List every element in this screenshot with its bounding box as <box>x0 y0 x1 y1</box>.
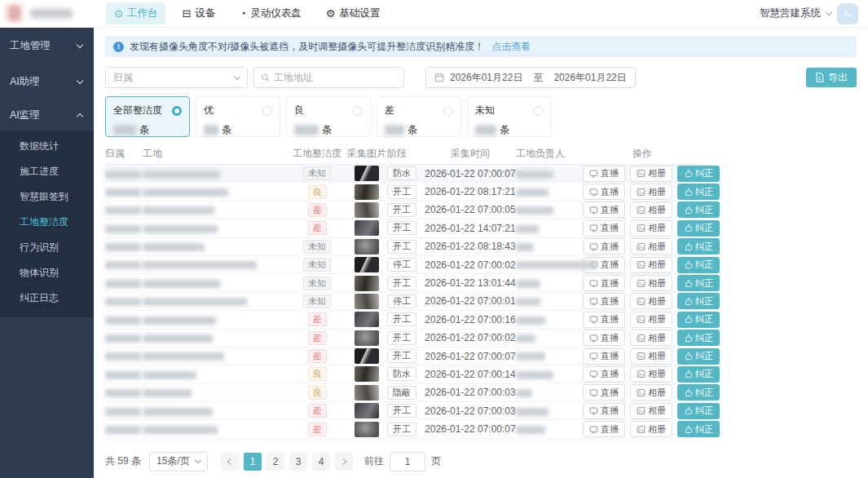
capture-thumbnail[interactable] <box>355 385 379 401</box>
album-button[interactable]: 相册 <box>630 312 672 328</box>
table-row[interactable]: 未知 防水 2026-01-22 07:00:07 直播 <box>105 165 702 183</box>
capture-thumbnail[interactable] <box>355 294 379 309</box>
album-button[interactable]: 相册 <box>630 348 672 365</box>
table-row[interactable]: 良 隐蔽 2026-01-22 07:00:03 直播 <box>105 384 702 402</box>
live-button[interactable]: 直播 <box>583 220 625 237</box>
sidebar-item-3[interactable]: 工地整洁度 <box>0 210 94 235</box>
capture-thumbnail[interactable] <box>355 239 379 254</box>
search-input[interactable] <box>274 72 397 83</box>
avatar[interactable] <box>837 3 858 24</box>
radio-icon[interactable] <box>172 106 182 116</box>
capture-thumbnail[interactable] <box>355 312 379 327</box>
sidebar-item-2[interactable]: 智慧眼签到 <box>0 184 94 210</box>
table-row[interactable]: 差 开工 2026-01-22 07:00:07 直播 <box>105 347 702 365</box>
album-button[interactable]: 相册 <box>630 166 672 182</box>
album-button[interactable]: 相册 <box>630 366 672 383</box>
capture-thumbnail[interactable] <box>355 366 379 382</box>
live-button[interactable]: 直播 <box>583 421 625 437</box>
live-button[interactable]: 直播 <box>583 384 625 401</box>
table-row[interactable]: 良 防水 2026-01-22 07:00:14 直播 <box>105 365 702 383</box>
capture-thumbnail[interactable] <box>355 422 379 437</box>
correct-button[interactable]: 纠正 <box>677 220 720 237</box>
correct-button[interactable]: 纠正 <box>677 348 720 365</box>
correct-button[interactable]: 纠正 <box>677 257 720 273</box>
sidebar-item-1[interactable]: 施工进度 <box>0 159 94 184</box>
correct-button[interactable]: 纠正 <box>677 403 720 419</box>
capture-thumbnail[interactable] <box>355 184 379 200</box>
table-row[interactable]: 差 开工 2026-01-22 14:07:21 直播 <box>105 219 702 237</box>
table-row[interactable]: 差 开工 2026-01-22 07:00:16 直播 <box>105 311 702 329</box>
sidebar-group-ai-supervision[interactable]: AI监理 <box>0 100 94 131</box>
correct-button[interactable]: 纠正 <box>677 238 720 254</box>
capture-thumbnail[interactable] <box>355 220 379 236</box>
album-button[interactable]: 相册 <box>630 238 672 254</box>
table-row[interactable]: 差 开工 2026-01-22 07:00:02 直播 <box>105 330 702 347</box>
correct-button[interactable]: 纠正 <box>677 384 720 401</box>
album-button[interactable]: 相册 <box>630 257 672 273</box>
album-button[interactable]: 相册 <box>630 293 672 309</box>
correct-button[interactable]: 纠正 <box>677 312 720 328</box>
album-button[interactable]: 相册 <box>630 220 672 237</box>
capture-thumbnail[interactable] <box>355 348 379 364</box>
user-menu[interactable]: 智慧营建系统 <box>760 7 821 20</box>
table-row[interactable]: 未知 开工 2026-01-22 08:18:43 直播 <box>105 238 702 256</box>
nav-tab-0[interactable]: ⊙ 工作台 <box>106 2 165 24</box>
tidiness-card-4[interactable]: 未知 条 <box>467 96 552 137</box>
correct-button[interactable]: 纠正 <box>677 330 720 346</box>
live-button[interactable]: 直播 <box>583 403 625 419</box>
page-size-select[interactable]: 15条/页 <box>149 452 208 471</box>
tidiness-card-3[interactable]: 差 条 <box>377 96 461 137</box>
tidiness-card-0[interactable]: 全部整洁度 条 <box>105 96 190 137</box>
live-button[interactable]: 直播 <box>583 184 625 200</box>
correct-button[interactable]: 纠正 <box>677 184 720 200</box>
album-button[interactable]: 相册 <box>630 201 672 218</box>
goto-page-input[interactable] <box>390 452 425 471</box>
live-button[interactable]: 直播 <box>583 201 625 218</box>
chevron-down-icon[interactable] <box>826 9 832 15</box>
export-button[interactable]: 导出 <box>806 68 857 87</box>
live-button[interactable]: 直播 <box>583 166 625 182</box>
capture-thumbnail[interactable] <box>355 276 379 291</box>
correct-button[interactable]: 纠正 <box>677 366 720 383</box>
prev-page-button[interactable] <box>221 453 239 471</box>
correct-button[interactable]: 纠正 <box>677 293 720 309</box>
correct-button[interactable]: 纠正 <box>677 275 720 291</box>
correct-button[interactable]: 纠正 <box>677 201 720 218</box>
owner-select[interactable]: 归属 <box>105 67 248 88</box>
page-button-2[interactable]: 2 <box>267 453 284 471</box>
live-button[interactable]: 直播 <box>583 275 625 291</box>
album-button[interactable]: 相册 <box>630 184 672 200</box>
capture-thumbnail[interactable] <box>355 166 379 181</box>
tidiness-card-1[interactable]: 优 条 <box>196 96 280 137</box>
table-row[interactable]: 未知 停工 2026-01-22 07:00:01 直播 <box>105 293 702 311</box>
date-start[interactable]: 2026年01月22日 <box>450 71 522 85</box>
page-button-1[interactable]: 1 <box>244 453 262 471</box>
correct-button[interactable]: 纠正 <box>677 421 720 437</box>
capture-thumbnail[interactable] <box>355 202 379 218</box>
next-page-button[interactable] <box>335 453 353 471</box>
table-row[interactable]: 未知 开工 2026-01-22 13:01:44 直播 <box>105 274 702 292</box>
page-button-4[interactable]: 4 <box>312 453 330 471</box>
radio-icon[interactable] <box>353 106 363 116</box>
album-button[interactable]: 相册 <box>630 275 672 291</box>
table-row[interactable]: 未知 停工 2026-01-22 07:00:02 直播 <box>105 256 702 274</box>
sidebar-item-5[interactable]: 物体识别 <box>0 260 94 285</box>
live-button[interactable]: 直播 <box>583 366 625 383</box>
capture-thumbnail[interactable] <box>355 403 379 418</box>
table-row[interactable]: 差 开工 2026-01-22 07:00:03 直播 <box>105 402 702 420</box>
radio-icon[interactable] <box>443 106 453 116</box>
live-button[interactable]: 直播 <box>583 293 625 309</box>
sidebar-group-ai-assistant[interactable]: AI助理 <box>0 64 94 100</box>
sidebar-item-4[interactable]: 行为识别 <box>0 235 94 260</box>
sidebar-item-0[interactable]: 数据统计 <box>0 134 94 159</box>
banner-view-link[interactable]: 点击查看 <box>491 40 531 54</box>
date-end[interactable]: 2026年01月22日 <box>553 71 626 85</box>
radio-icon[interactable] <box>262 106 272 116</box>
table-row[interactable]: 差 开工 2026-01-22 07:00:07 直播 <box>105 420 702 438</box>
tidiness-card-2[interactable]: 良 条 <box>286 96 371 137</box>
album-button[interactable]: 相册 <box>630 330 672 346</box>
live-button[interactable]: 直播 <box>583 312 625 328</box>
live-button[interactable]: 直播 <box>583 238 625 254</box>
date-range-picker[interactable]: 2026年01月22日 至 2026年01月22日 <box>425 67 636 88</box>
nav-tab-2[interactable]: ◔ 灵动仪表盘 <box>231 2 309 24</box>
